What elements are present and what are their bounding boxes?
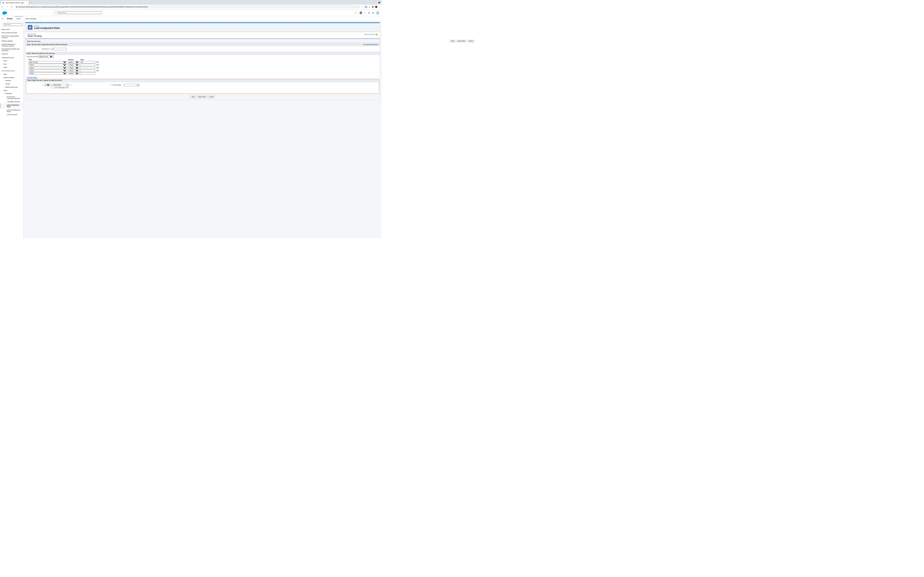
avatar[interactable] xyxy=(376,11,379,14)
extensions-icon[interactable] xyxy=(372,6,374,8)
add-icon[interactable]: ＋ xyxy=(360,11,362,14)
step2-title: Step 2: Select the criteria for this rul… xyxy=(27,53,55,54)
bell-icon[interactable] xyxy=(372,11,374,14)
sidebar-item-release-updates[interactable]: Release Updates xyxy=(0,39,23,43)
condition-select[interactable]: criteria are met xyxy=(38,55,53,58)
chevron-right-icon: › xyxy=(2,73,3,75)
do-not-reassign-checkbox[interactable] xyxy=(53,87,54,89)
assignee-type-select[interactable]: User xyxy=(45,84,51,86)
required-info: = Required Information xyxy=(363,44,378,45)
sidebar-item-home[interactable]: Home xyxy=(0,89,23,92)
help-link[interactable]: Help for this Page? xyxy=(364,34,377,35)
sidebar-item-data[interactable]: ›Data xyxy=(0,62,23,66)
tab-object-manager[interactable]: Object Manager ⌄ xyxy=(23,16,40,21)
quick-find-input[interactable] xyxy=(3,23,22,26)
sidebar-item-campaign-influence[interactable]: ›Campaign Influence xyxy=(0,100,23,103)
value-input[interactable] xyxy=(80,61,95,63)
sidebar-item-lead-autoresponse[interactable]: Lead Auto-Response Rules xyxy=(0,108,23,113)
save-button[interactable]: Save xyxy=(190,96,196,98)
svg-point-0 xyxy=(2,18,2,18)
extension-icon[interactable]: ◉ xyxy=(368,6,370,8)
back-button[interactable] xyxy=(1,5,4,8)
email-template-input[interactable] xyxy=(123,84,138,86)
sort-order-input[interactable] xyxy=(52,48,66,50)
assignee-input[interactable] xyxy=(53,84,67,86)
lookup-icon[interactable] xyxy=(67,84,69,86)
salesforce-logo-icon[interactable] xyxy=(2,11,8,15)
sidebar-item-marketing[interactable]: ⌄Marketing xyxy=(0,92,23,95)
operator-select[interactable]: --None-- xyxy=(68,72,79,75)
sidebar-item-lex-transition[interactable]: Lightning Experience Transition Assistan… xyxy=(0,43,23,48)
sidebar-heading-admin: ADMINISTRATION xyxy=(0,55,23,59)
field-select[interactable]: --None-- xyxy=(29,72,67,75)
col-field: Field xyxy=(29,59,67,60)
col-operator: Operator xyxy=(68,59,79,60)
info-icon[interactable]: i xyxy=(48,48,50,50)
app-launcher-icon[interactable] xyxy=(0,18,5,19)
field-select[interactable]: --None-- xyxy=(29,69,67,72)
chevron-right-icon: › xyxy=(2,63,3,65)
cancel-button[interactable]: Cancel xyxy=(208,96,215,98)
url-field[interactable]: java-power-66192.lightning.force.com/lig… xyxy=(15,5,360,8)
operator-select[interactable]: --None-- xyxy=(68,69,79,72)
operator-select[interactable]: --None-- xyxy=(68,67,79,69)
sidebar-item-mobile-quickstart[interactable]: New Salesforce Mobile App QuickStart xyxy=(0,47,23,52)
search-input[interactable] xyxy=(57,11,102,14)
value-input[interactable] xyxy=(80,64,95,66)
profile-icon[interactable] xyxy=(375,6,377,8)
extension-icon[interactable]: Q xyxy=(365,6,367,8)
browser-tab[interactable]: Lead Assignment Rules | Sales... × xyxy=(1,0,29,5)
field-select[interactable]: --None-- xyxy=(29,67,67,69)
info-icon[interactable]: ⓘ xyxy=(361,6,363,8)
sidebar-item-apps[interactable]: ›Apps xyxy=(0,73,23,76)
enter-rule-entry-label: Enter the rule entry xyxy=(27,40,40,42)
value-input[interactable] xyxy=(80,72,95,75)
sidebar-heading-platform: PLATFORM TOOLS xyxy=(0,69,23,73)
chevron-right-icon: › xyxy=(3,86,5,88)
salesforce-cloud-icon xyxy=(2,2,5,4)
quick-find[interactable] xyxy=(1,23,22,27)
help-icon[interactable]: ? xyxy=(364,11,366,14)
sidebar-item-optimizer[interactable]: Optimizer xyxy=(0,52,23,55)
operator-select[interactable]: --None-- xyxy=(68,64,79,66)
and-label: AND xyxy=(96,67,103,69)
tab-title: Lead Assignment Rules | Sales... xyxy=(5,2,25,3)
new-tab-button[interactable]: + xyxy=(29,1,33,5)
value-input[interactable] xyxy=(80,67,95,69)
and-label: AND xyxy=(96,70,103,71)
global-search[interactable] xyxy=(53,11,103,15)
reload-button[interactable] xyxy=(10,5,13,8)
sidebar-item-lead-processes[interactable]: Lead Processes xyxy=(0,113,23,116)
lookup-icon[interactable] xyxy=(137,84,140,86)
add-filter-logic-link[interactable]: Add Filter Logic... xyxy=(25,76,380,79)
sidebar-item-setup-home[interactable]: Setup Home xyxy=(0,28,23,31)
field-select[interactable]: --None-- xyxy=(29,64,67,66)
sidebar-item-digital-experiences[interactable]: ›Digital Experiences xyxy=(0,85,23,89)
operator-select[interactable]: equals xyxy=(68,61,79,63)
sidebar-item-accounts-campaign[interactable]: Accounts As Campaign Members xyxy=(0,95,23,100)
value-input[interactable] xyxy=(80,69,95,72)
gear-icon[interactable] xyxy=(368,11,370,14)
page-header: SETUP Lead Assignment Rules xyxy=(25,22,380,32)
chevron-down-icon: ⌄ xyxy=(37,18,38,19)
sidebar-item-analytics[interactable]: ›Analytics xyxy=(0,79,23,82)
help-icon: ? xyxy=(376,34,378,35)
sidebar-item-lead-assignment-rules[interactable]: Lead Assignment Rules xyxy=(0,103,23,108)
sidebar-item-feature-settings[interactable]: ⌄Feature Settings xyxy=(0,76,23,79)
star-icon[interactable]: ☆ xyxy=(357,6,359,8)
sidebar-item-users[interactable]: ›Users xyxy=(0,59,23,62)
criteria-row: --None-- --None-- AND xyxy=(27,64,378,66)
window-control-icon[interactable] xyxy=(378,2,380,3)
favorites-button[interactable]: ☆▼ xyxy=(354,11,358,14)
field-select[interactable]: Lead: Country xyxy=(29,61,67,63)
sidebar-item-mfa-assistant[interactable]: Multi-Factor Authentication Assistant xyxy=(0,34,23,39)
sidebar-item-chatter[interactable]: ›Chatter xyxy=(0,82,23,85)
sidebar-item-service-setup[interactable]: Service Setup Assistant xyxy=(0,31,23,34)
chevron-right-icon: › xyxy=(5,101,6,103)
chevron-right-icon: › xyxy=(3,80,5,81)
sidebar-item-email[interactable]: ›Email xyxy=(0,66,23,69)
close-icon[interactable]: × xyxy=(26,2,27,3)
tab-home[interactable]: Home xyxy=(15,16,23,21)
save-and-new-button[interactable]: Save & New xyxy=(197,96,207,98)
menu-icon[interactable]: ⋮ xyxy=(378,6,381,8)
